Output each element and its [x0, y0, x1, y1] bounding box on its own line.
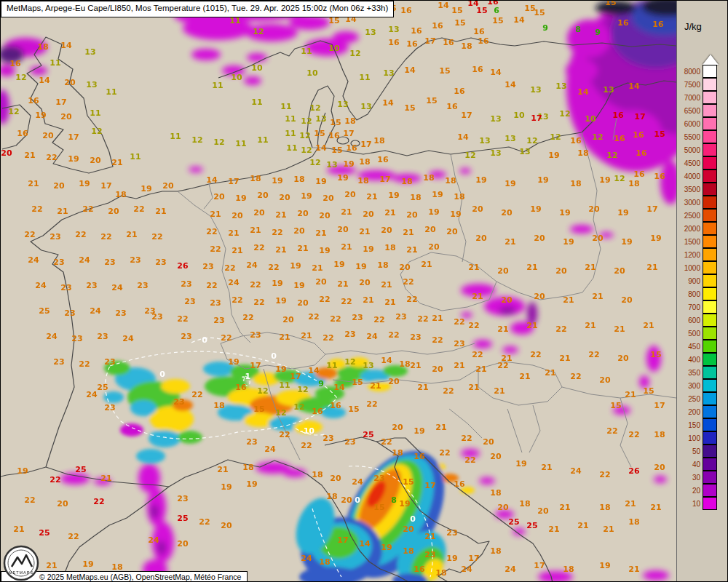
temperature-value: 17 [55, 97, 66, 107]
temperature-value: 20 [617, 354, 629, 363]
temperature-value: 25 [75, 465, 86, 474]
temperature-value: 19 [290, 261, 301, 271]
temperature-value: 22 [323, 333, 333, 343]
temperature-value: 22 [530, 350, 541, 359]
temperature-value: 17 [646, 204, 657, 214]
temperature-value: 21 [403, 228, 414, 237]
temperature-value: 16 [633, 130, 644, 140]
temperature-value: 23 [173, 397, 184, 407]
colorbar-row: 350 [680, 366, 719, 379]
temperature-value: 19 [563, 237, 574, 247]
temperature-value: 10 [585, 114, 596, 124]
temperature-value: 20 [621, 295, 633, 305]
temperature-value: 15 [605, 1, 616, 7]
colorbar-cell [703, 405, 717, 418]
temperature-value: 19 [79, 179, 90, 188]
temperature-value: 21 [275, 210, 286, 220]
temperature-value: 15 [352, 378, 363, 387]
temperature-value: 23 [446, 528, 457, 538]
colorbar-label: 6000 [680, 120, 703, 128]
temperature-value: 16 [454, 479, 465, 489]
colorbar-label: 3000 [680, 199, 703, 207]
temperature-value: 11 [170, 132, 181, 141]
temperature-value: 20 [497, 503, 509, 512]
colorbar-row: 250 [680, 392, 719, 405]
temperature-value: 15 [654, 129, 665, 139]
temperature-value: 18 [577, 148, 588, 158]
cape-region [654, 476, 667, 483]
temperature-value: 19 [363, 244, 373, 254]
temperature-value: 12 [91, 127, 102, 136]
temperature-value: 16 [617, 18, 629, 28]
temperature-value: 23 [104, 403, 115, 412]
temperature-value: 18 [423, 173, 434, 183]
colorbar-row: 100 [680, 431, 719, 445]
temperature-value: 17 [100, 181, 111, 191]
contour-label: 0 [355, 495, 360, 505]
temperature-value: 12 [606, 151, 617, 160]
temperature-value: 23 [115, 308, 126, 318]
colorbar-cell [703, 156, 717, 170]
temperature-value: 20 [428, 242, 440, 252]
temperature-value: 23 [137, 281, 148, 290]
colorbar-cell [703, 170, 717, 183]
temperature-value: 24 [46, 332, 58, 341]
temperature-value: 20 [297, 298, 309, 308]
temperature-value: 20 [592, 234, 604, 243]
colorbar-row: 2500 [680, 209, 719, 222]
colorbar-label: 5000 [680, 146, 703, 154]
temperature-value: 18 [384, 243, 395, 252]
temperature-value: 20 [60, 112, 72, 121]
temperature-value: 21 [559, 503, 570, 512]
colorbar-row: 700 [680, 300, 719, 314]
temperature-value: 20 [588, 204, 600, 214]
temperature-value: 15 [643, 386, 654, 396]
temperature-value: 22 [599, 470, 610, 479]
temperature-value: 11 [279, 380, 290, 390]
colorbar-cell [703, 497, 717, 510]
temperature-value: 16 [330, 401, 341, 410]
logo-text: METMAPS [9, 570, 33, 575]
temperature-value: 13 [365, 28, 376, 37]
temperature-value: 17 [534, 561, 545, 570]
temperature-value: 11 [285, 114, 296, 124]
temperature-value: 13 [388, 25, 399, 34]
temperature-value: 13 [84, 47, 95, 57]
temperature-value: 13 [86, 80, 97, 89]
temperature-value: 18 [599, 503, 610, 512]
temperature-value: 18 [293, 175, 304, 184]
temperature-value: 21 [228, 228, 239, 238]
temperature-value: 16 [443, 38, 454, 47]
colorbar-cell [703, 261, 717, 274]
temperature-value: 22 [472, 350, 483, 359]
temperature-value: 15 [373, 503, 384, 512]
temperature-value: 21 [497, 324, 508, 334]
cape-region [189, 167, 203, 172]
temperature-value: 19 [388, 191, 399, 200]
colorbar-row: 2000 [680, 222, 719, 235]
temperature-value: 12 [344, 357, 355, 367]
temperature-value: 21 [526, 263, 537, 272]
temperature-value: 13 [519, 147, 530, 156]
temperature-value: 14 [490, 68, 502, 77]
temperature-value: 18 [373, 136, 384, 146]
temperature-value: 11 [326, 361, 337, 370]
temperature-value: 22 [31, 204, 42, 214]
temperature-value: 12 [297, 385, 308, 394]
colorbar-row: 20 [680, 484, 719, 497]
colorbar-cell [703, 418, 717, 431]
temperature-value: 18 [490, 546, 501, 556]
temperature-value: 15 [650, 350, 661, 359]
temperature-value: 16 [388, 38, 400, 47]
temperature-value: 18 [359, 157, 370, 167]
temperature-value: 20 [221, 521, 232, 530]
colorbar-row: 200 [680, 405, 719, 418]
temperature-value: 16 [446, 102, 458, 111]
temperature-value: 22 [210, 244, 221, 254]
cape-region [244, 76, 261, 85]
colorbar-label: 200 [680, 408, 703, 416]
temperature-value: 22 [406, 295, 417, 304]
temperature-value: 21 [577, 521, 588, 530]
temperature-value: 20 [381, 226, 392, 235]
temperature-value: 20 [555, 266, 567, 276]
